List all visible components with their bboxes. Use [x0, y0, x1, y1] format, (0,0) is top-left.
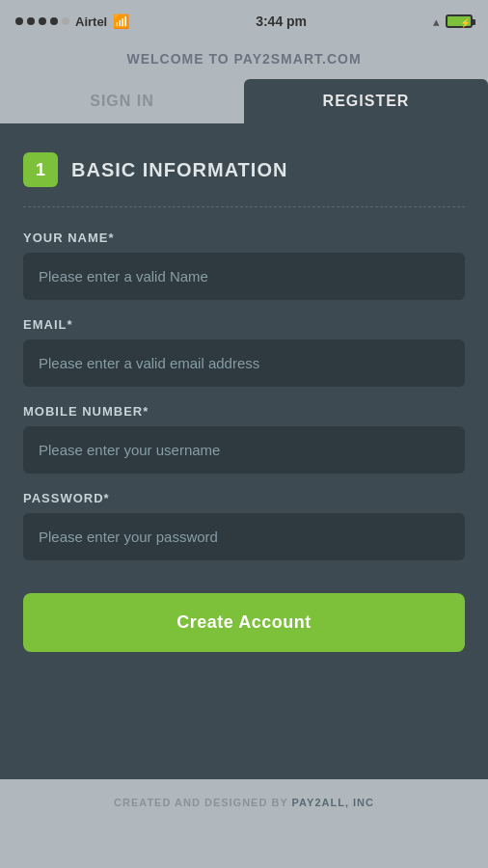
wifi-icon: 📶: [113, 14, 129, 29]
step-badge: 1: [23, 152, 58, 187]
footer-brand: PAY2ALL, INC: [292, 797, 374, 808]
location-icon: ▴: [433, 14, 440, 29]
mobile-label: MOBILE NUMBER*: [23, 404, 465, 419]
tab-bar: SIGN IN REGISTER: [0, 79, 488, 123]
signal-dots: [15, 17, 69, 25]
mobile-input[interactable]: [23, 426, 465, 474]
clock: 3:44 pm: [256, 14, 307, 29]
password-input[interactable]: [23, 513, 465, 560]
email-input[interactable]: [23, 339, 465, 387]
password-label: PASSWORD*: [23, 491, 465, 505]
mobile-field-group: MOBILE NUMBER*: [23, 404, 465, 474]
tab-signin[interactable]: SIGN IN: [0, 79, 244, 123]
tab-register[interactable]: REGISTER: [244, 79, 488, 123]
status-left: Airtel 📶: [15, 14, 129, 29]
carrier-label: Airtel: [75, 14, 107, 29]
create-account-button[interactable]: Create Account: [23, 593, 465, 652]
welcome-banner: WELCOME TO PAY2SMART.COM: [0, 42, 488, 79]
section-title: BASIC INFORMATION: [71, 159, 287, 181]
footer: CREATED AND DESIGNED BY PAY2ALL, INC: [0, 779, 488, 824]
name-label: YOUR NAME*: [23, 231, 465, 245]
email-field-group: EMAIL*: [23, 317, 465, 387]
status-right: ▴ ⚡: [433, 14, 473, 29]
name-input[interactable]: [23, 253, 465, 300]
section-header: 1 BASIC INFORMATION: [23, 152, 465, 187]
charging-bolt: ⚡: [460, 16, 471, 30]
battery-icon: ⚡: [446, 14, 473, 28]
status-bar: Airtel 📶 3:44 pm ▴ ⚡: [0, 0, 488, 42]
section-divider: [23, 206, 465, 207]
main-content: 1 BASIC INFORMATION YOUR NAME* EMAIL* MO…: [0, 123, 488, 779]
footer-text: CREATED AND DESIGNED BY PAY2ALL, INC: [114, 797, 374, 808]
email-label: EMAIL*: [23, 317, 465, 332]
name-field-group: YOUR NAME*: [23, 231, 465, 300]
welcome-text: WELCOME TO PAY2SMART.COM: [126, 51, 361, 67]
password-field-group: PASSWORD*: [23, 491, 465, 560]
